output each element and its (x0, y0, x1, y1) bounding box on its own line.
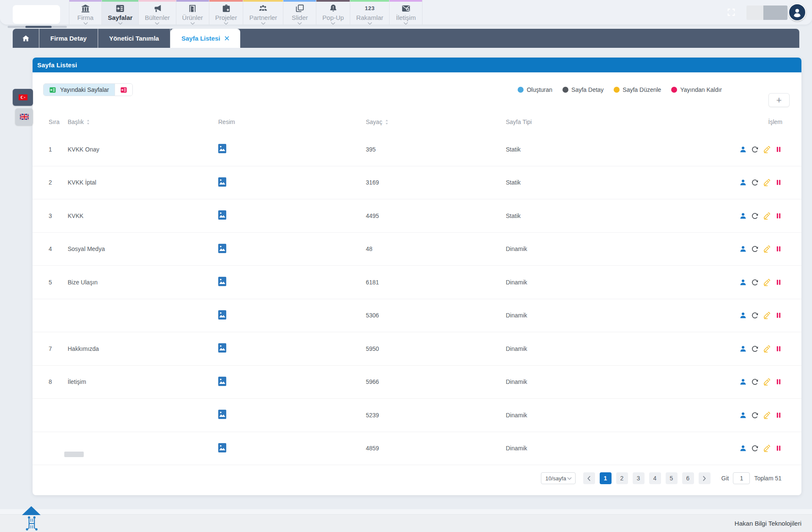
page-edit-icon[interactable] (763, 378, 771, 386)
nav-item-sayfalar[interactable]: Sayfalar (102, 0, 139, 25)
image-icon[interactable] (218, 244, 226, 253)
unpublish-icon[interactable] (775, 245, 782, 253)
unpublish-icon[interactable] (775, 345, 782, 353)
nav-item-label: İletişim (396, 14, 416, 21)
creator-icon[interactable] (739, 311, 747, 319)
nav-item-partnerler[interactable]: Partnerler (243, 0, 283, 25)
unpublish-icon[interactable] (775, 378, 782, 386)
logo-placeholder (13, 5, 60, 24)
page-detail-icon[interactable] (751, 311, 759, 319)
creator-icon[interactable] (739, 378, 747, 386)
page-edit-icon[interactable] (763, 278, 771, 286)
panel-title: Sayfa Listesi (33, 58, 801, 72)
image-icon[interactable] (218, 177, 226, 187)
language-turkish-button[interactable] (13, 89, 33, 106)
page-detail-icon[interactable] (751, 212, 759, 220)
avatar[interactable] (788, 3, 806, 21)
page-edit-icon[interactable] (763, 245, 771, 253)
page-edit-icon[interactable] (763, 179, 771, 186)
door-icon (188, 4, 197, 13)
page-edit-icon[interactable] (763, 146, 771, 153)
page-detail-icon[interactable] (751, 411, 759, 419)
unpublish-icon[interactable] (775, 411, 782, 419)
row-actions (726, 411, 782, 419)
home-tab[interactable] (13, 29, 39, 48)
row-order: 8 (49, 378, 68, 385)
page-edit-icon[interactable] (763, 345, 771, 353)
unpublish-icon[interactable] (775, 311, 782, 319)
tab-firma-detay[interactable]: Firma Detay (39, 29, 98, 48)
nav-item-r-nler[interactable]: Ürünler (176, 0, 209, 25)
image-icon[interactable] (218, 144, 226, 153)
fullscreen-icon[interactable] (727, 8, 736, 17)
nav-item-b-ltenler[interactable]: Bültenler (139, 0, 176, 25)
page-2-button[interactable]: 2 (616, 472, 628, 484)
sort-icon (385, 119, 389, 125)
page-3-button[interactable]: 3 (633, 472, 645, 484)
creator-icon[interactable] (739, 411, 747, 419)
page-size-select[interactable]: 10/sayfa (541, 472, 576, 484)
tab-y-netici-tanimla[interactable]: Yönetici Tanımla (98, 29, 170, 48)
creator-icon[interactable] (739, 278, 747, 286)
image-icon[interactable] (218, 343, 226, 353)
unpublish-icon[interactable] (775, 179, 782, 186)
add-page-button[interactable]: + (768, 93, 790, 107)
creator-icon[interactable] (739, 345, 747, 353)
unpublish-icon[interactable] (775, 146, 782, 153)
next-page-button[interactable] (699, 472, 710, 484)
header-counter[interactable]: Sayaç (366, 119, 506, 125)
language-english-button[interactable] (15, 108, 33, 125)
unpublish-icon[interactable] (775, 212, 782, 220)
page-4-button[interactable]: 4 (649, 472, 661, 484)
page-detail-icon[interactable] (751, 444, 759, 452)
toolbar: Yayındaki Sayfalar Oluşturan Sayfa Detay… (33, 83, 801, 96)
nav-accent-bar (176, 0, 209, 2)
unpublished-pages-segment[interactable] (115, 84, 132, 96)
page-edit-icon[interactable] (763, 212, 771, 220)
nav-item-pop-up[interactable]: Pop-Up (316, 0, 350, 25)
image-icon[interactable] (218, 210, 226, 220)
nav-item-firma[interactable]: Firma (69, 0, 102, 25)
header-title[interactable]: Başlık (68, 119, 218, 125)
creator-icon[interactable] (739, 179, 747, 186)
row-actions (726, 278, 782, 286)
page-detail-icon[interactable] (751, 245, 759, 253)
image-icon[interactable] (218, 310, 226, 320)
scroll-to-top-button[interactable] (22, 506, 41, 515)
unpublish-icon[interactable] (775, 444, 782, 452)
image-icon[interactable] (218, 443, 226, 452)
page-6-button[interactable]: 6 (682, 472, 694, 484)
unpublish-icon[interactable] (775, 278, 782, 286)
previous-page-button[interactable] (583, 472, 595, 484)
tab-sayfa-listesi[interactable]: Sayfa Listesi (170, 29, 240, 48)
footer-strip (0, 509, 812, 514)
published-pages-segment[interactable]: Yayındaki Sayfalar (44, 84, 115, 96)
page-5-button[interactable]: 5 (666, 472, 678, 484)
nav-item-projeler[interactable]: Projeler (209, 0, 244, 25)
image-icon[interactable] (218, 410, 226, 419)
image-icon[interactable] (218, 377, 226, 386)
row-page-type: Dinamik (506, 312, 726, 319)
page-edit-icon[interactable] (763, 311, 771, 319)
creator-icon[interactable] (739, 212, 747, 220)
close-icon[interactable] (225, 36, 229, 41)
nav-item-rakamlar[interactable]: 123 Rakamlar (350, 0, 390, 25)
creator-icon[interactable] (739, 146, 747, 153)
image-icon[interactable] (218, 277, 226, 286)
creator-icon[interactable] (739, 444, 747, 452)
row-image (218, 410, 366, 420)
page-detail-icon[interactable] (751, 345, 759, 353)
page-detail-icon[interactable] (751, 278, 759, 286)
page-detail-icon[interactable] (751, 378, 759, 386)
goto-page-input[interactable] (733, 472, 750, 484)
nav-item-slider[interactable]: Slider (283, 0, 316, 25)
page-1-button[interactable]: 1 (600, 472, 612, 484)
scrollbar-thumb[interactable] (25, 26, 52, 28)
page-detail-icon[interactable] (751, 179, 759, 186)
page-detail-icon[interactable] (751, 146, 759, 153)
nav-item-i-leti-im[interactable]: İletişim (390, 0, 422, 25)
row-page-type: Dinamik (506, 279, 726, 286)
creator-icon[interactable] (739, 245, 747, 253)
page-edit-icon[interactable] (763, 411, 771, 419)
page-edit-icon[interactable] (763, 444, 771, 452)
